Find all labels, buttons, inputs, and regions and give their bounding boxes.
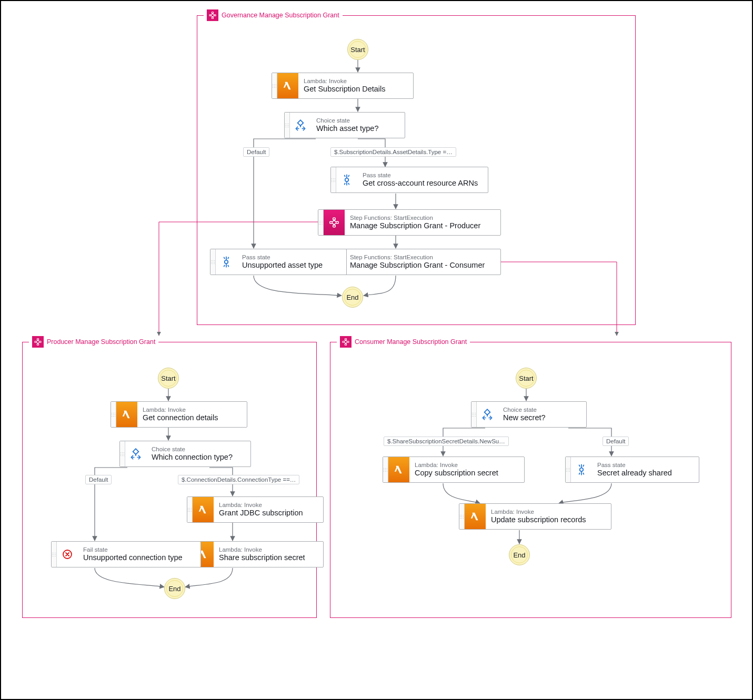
state-type-label: Lambda: Invoke [219, 546, 305, 553]
unsupported-connection-type-node[interactable]: Fail state Unsupported connection type [51, 541, 201, 567]
drag-handle[interactable] [210, 249, 216, 275]
state-type-label: Fail state [83, 546, 183, 553]
state-type-label: Pass state [597, 462, 672, 469]
drag-handle[interactable] [459, 504, 465, 529]
step-functions-icon [32, 336, 44, 348]
fail-icon [57, 542, 78, 567]
which-connection-type-choice[interactable]: Choice state Which connection type? [119, 441, 251, 467]
state-type-label: Step Functions: StartExecution [350, 254, 485, 261]
manage-grant-producer-node[interactable]: Step Functions: StartExecution Manage Su… [318, 209, 501, 236]
svg-point-14 [225, 260, 228, 264]
get-connection-details-node[interactable]: Lambda: Invoke Get connection details [111, 401, 247, 428]
svg-rect-16 [35, 341, 36, 343]
state-title: Which asset type? [316, 124, 378, 133]
state-title: Get cross-account resource ARNs [363, 178, 478, 188]
drag-handle[interactable] [285, 113, 290, 138]
lambda-icon [116, 402, 137, 427]
drag-handle[interactable] [52, 542, 57, 567]
diagram-canvas: Governance Manage Subscription Grant Sta… [0, 0, 753, 700]
state-title: New secret? [503, 413, 546, 422]
grant-jdbc-subscription-node[interactable]: Lambda: Invoke Grant JDBC subscription [187, 496, 324, 523]
drag-handle[interactable] [566, 457, 571, 482]
choice-icon [290, 113, 311, 138]
unsupported-asset-type-node[interactable]: Pass state Unsupported asset type [210, 249, 347, 275]
state-title: Unsupported asset type [242, 260, 323, 270]
drag-handle[interactable] [120, 441, 125, 466]
governance-start-terminal: Start [347, 39, 368, 60]
state-type-label: Lambda: Invoke [143, 407, 218, 413]
svg-rect-8 [336, 221, 339, 224]
state-title: Manage Subscription Grant - Producer [350, 221, 480, 230]
svg-rect-23 [347, 341, 349, 343]
governance-panel-title: Governance Manage Subscription Grant [204, 9, 343, 21]
state-type-label: Lambda: Invoke [415, 462, 498, 469]
state-type-label: Choice state [316, 117, 378, 124]
lambda-icon [465, 504, 486, 529]
svg-rect-17 [39, 341, 41, 343]
share-subscription-secret-node[interactable]: Lambda: Invoke Share subscription secret [187, 541, 324, 567]
lambda-icon [277, 73, 298, 98]
choice-icon [477, 402, 498, 427]
asset-type-condition-label: $.SubscriptionDetails.AssetDetails.Type … [330, 147, 456, 157]
lambda-icon [388, 457, 409, 482]
state-title: Update subscription records [491, 515, 586, 524]
consumer-end-terminal: End [509, 544, 530, 565]
governance-end-terminal: End [342, 287, 363, 308]
default-edge-label: Default [85, 475, 112, 484]
default-edge-label: Default [603, 437, 629, 446]
new-secret-condition-label: $.ShareSubscriptionSecretDetails.NewSu… [384, 437, 509, 446]
consumer-panel-title: Consumer Manage Subscription Grant [337, 336, 470, 348]
pass-icon [571, 457, 592, 482]
pass-icon [216, 249, 237, 275]
state-title: Get Subscription Details [304, 84, 386, 94]
drag-handle[interactable] [383, 457, 388, 482]
get-cross-account-arns-node[interactable]: Pass state Get cross-account resource AR… [330, 167, 488, 193]
state-title: Share subscription secret [219, 553, 305, 562]
consumer-start-terminal: Start [516, 368, 537, 389]
state-title: Unsupported connection type [83, 553, 183, 562]
state-title: Copy subscription secret [415, 468, 498, 478]
svg-point-26 [580, 468, 584, 472]
choice-icon [125, 441, 146, 466]
state-type-label: Choice state [503, 407, 546, 413]
connection-type-condition-label: $.ConnectionDetails.ConnectionType ==… [178, 475, 299, 484]
state-type-label: Lambda: Invoke [219, 502, 303, 509]
drag-handle[interactable] [331, 167, 336, 192]
step-functions-icon [207, 9, 218, 21]
step-functions-icon [324, 210, 345, 235]
drag-handle[interactable] [272, 73, 277, 98]
lambda-icon [193, 497, 214, 522]
state-title: Manage Subscription Grant - Consumer [350, 260, 485, 270]
svg-rect-7 [330, 221, 333, 224]
drag-handle[interactable] [318, 210, 324, 235]
state-title: Get connection details [143, 413, 218, 422]
svg-rect-22 [343, 341, 344, 343]
drag-handle[interactable] [471, 402, 477, 427]
state-type-label: Choice state [152, 446, 233, 453]
state-type-label: Step Functions: StartExecution [350, 215, 480, 221]
default-edge-label: Default [243, 147, 269, 157]
step-functions-icon [340, 336, 352, 348]
state-title: Which connection type? [152, 452, 233, 462]
state-type-label: Lambda: Invoke [304, 78, 386, 85]
which-asset-type-choice[interactable]: Choice state Which asset type? [284, 112, 405, 138]
state-type-label: Lambda: Invoke [491, 509, 586, 515]
svg-point-5 [345, 178, 349, 182]
new-secret-choice[interactable]: Choice state New secret? [471, 401, 587, 428]
drag-handle[interactable] [187, 497, 193, 522]
secret-already-shared-node[interactable]: Pass state Secret already shared [565, 456, 699, 483]
pass-icon [336, 167, 357, 192]
state-title: Grant JDBC subscription [219, 508, 303, 518]
producer-start-terminal: Start [158, 368, 179, 389]
state-type-label: Pass state [363, 172, 478, 179]
state-type-label: Pass state [242, 254, 323, 261]
state-title: Secret already shared [597, 468, 672, 478]
drag-handle[interactable] [111, 402, 116, 427]
copy-subscription-secret-node[interactable]: Lambda: Invoke Copy subscription secret [383, 456, 525, 483]
update-subscription-records-node[interactable]: Lambda: Invoke Update subscription recor… [459, 503, 611, 530]
producer-panel-title: Producer Manage Subscription Grant [29, 336, 158, 348]
get-subscription-details-node[interactable]: Lambda: Invoke Get Subscription Details [272, 73, 414, 99]
producer-end-terminal: End [164, 578, 185, 599]
